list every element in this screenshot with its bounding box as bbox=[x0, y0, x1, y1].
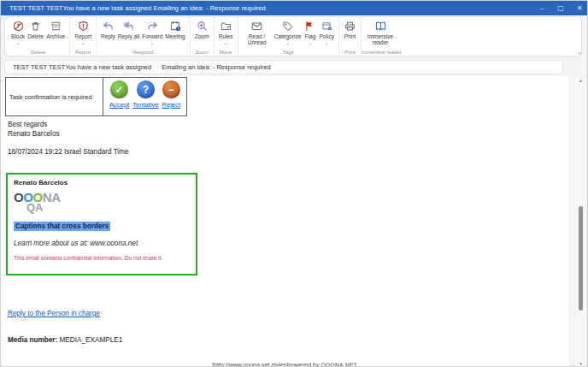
chevron-down-icon: ⌄ bbox=[81, 42, 85, 45]
tentative-option[interactable]: ? Tentative bbox=[132, 80, 158, 109]
reply-to-person-link[interactable]: Reply to the Person in charge bbox=[8, 310, 100, 317]
outlook-message-window: TEST TEST TESTYou have a new task assign… bbox=[0, 0, 588, 367]
categorize-icon bbox=[281, 20, 294, 33]
task-confirmation-question: Task confirmation is required bbox=[5, 77, 103, 116]
meeting-button[interactable]: Meeting bbox=[165, 17, 185, 40]
group-label-report: Report bbox=[70, 50, 96, 55]
print-button[interactable]: Print bbox=[344, 17, 356, 40]
subject-bar: TEST TEST TESTYou have a new task assign… bbox=[4, 60, 563, 74]
delete-icon bbox=[29, 20, 42, 33]
print-icon bbox=[344, 20, 356, 33]
group-label-move: Move bbox=[215, 50, 238, 55]
report-button[interactable]: Report ⌄ bbox=[74, 17, 91, 45]
block-button[interactable]: Block ⌄ bbox=[11, 17, 25, 45]
minimize-button[interactable]: – bbox=[532, 1, 551, 15]
tagline-highlighted: Captions that cross borders bbox=[14, 222, 110, 231]
policy-icon bbox=[320, 20, 333, 33]
zoom-button[interactable]: Zoom bbox=[195, 17, 209, 40]
reply-button[interactable]: Reply bbox=[101, 17, 115, 40]
footer-powered-by: [http://www.ooona.net styles]powered by … bbox=[1, 361, 568, 367]
reply-all-button[interactable]: Reply all bbox=[118, 17, 139, 40]
flag-icon bbox=[303, 20, 316, 33]
message-body: Task confirmation is required ✓ Accept ?… bbox=[1, 76, 568, 367]
ribbon-collapse-chevron-icon[interactable]: ⌄ bbox=[577, 50, 582, 55]
accept-check-icon[interactable]: ✓ bbox=[110, 80, 128, 98]
immersive-reader-icon bbox=[374, 20, 387, 33]
group-label-immersive-reader: Immersive reader bbox=[362, 50, 399, 55]
rules-button[interactable]: Rules ⌄ bbox=[219, 17, 233, 45]
scroll-down-icon[interactable]: ▾ bbox=[576, 360, 585, 366]
ooona-net-brand: OOONA.NET bbox=[320, 362, 356, 367]
task-confirmation-options: ✓ Accept ? Tentative − Reject bbox=[103, 77, 187, 116]
reject-option[interactable]: − Reject bbox=[162, 80, 180, 109]
ribbon-group-zoom: Zoom Zoom bbox=[191, 17, 215, 56]
ribbon: Block ⌄ Delete Archive Delete Report bbox=[4, 16, 582, 56]
read-unread-icon bbox=[250, 20, 263, 33]
task-name-text: TEST TEST TESTYou have a new task assign… bbox=[13, 63, 151, 71]
categorize-button[interactable]: Categorize ⌄ bbox=[274, 17, 302, 45]
ribbon-group-immersive-reader: Immersive reader Immersive reader bbox=[362, 17, 399, 56]
ribbon-group-print: Print Print bbox=[339, 17, 362, 56]
signature-name: Renato Barcelos bbox=[14, 179, 190, 186]
chevron-down-icon: ⌄ bbox=[16, 42, 21, 45]
media-number-label: Media number: bbox=[8, 336, 57, 344]
delete-button[interactable]: Delete bbox=[27, 17, 44, 40]
vertical-scrollbar[interactable]: ▴ ▾ bbox=[576, 76, 585, 367]
reply-all-icon bbox=[122, 20, 135, 33]
scrollbar-thumb[interactable] bbox=[579, 206, 583, 311]
accept-option[interactable]: ✓ Accept bbox=[109, 80, 129, 109]
task-confirmation-table: Task confirmation is required ✓ Accept ?… bbox=[5, 77, 187, 116]
group-label-zoom: Zoom bbox=[191, 50, 214, 55]
chevron-down-icon: ⌄ bbox=[325, 42, 329, 45]
archive-button[interactable]: Archive bbox=[46, 17, 65, 40]
report-icon bbox=[77, 20, 90, 33]
confidential-notice: This email contains confidential informa… bbox=[14, 255, 190, 261]
reject-minus-icon[interactable]: − bbox=[162, 80, 180, 98]
ribbon-group-report: Report ⌄ Report bbox=[70, 17, 97, 56]
archive-icon bbox=[50, 20, 62, 33]
signature-block: Renato Barcelos OOONA QA Captions that c… bbox=[6, 173, 197, 275]
forward-icon bbox=[146, 20, 159, 33]
media-number-value: MEDIA_EXAMPLE1 bbox=[60, 336, 123, 344]
media-number-line: Media number: MEDIA_EXAMPLE1 bbox=[8, 336, 122, 344]
tentative-question-icon[interactable]: ? bbox=[137, 80, 155, 98]
rules-icon bbox=[220, 20, 232, 33]
accept-link[interactable]: Accept bbox=[109, 101, 129, 109]
forward-button[interactable]: Forward ⌄ bbox=[142, 17, 162, 45]
group-label-respond: Respond bbox=[97, 50, 190, 55]
policy-button[interactable]: Policy ⌄ bbox=[319, 17, 334, 45]
ribbon-group-respond: Reply Reply all Forward ⌄ Meeting Respon… bbox=[97, 17, 191, 56]
subject-text: Emailing an idea: - Response required bbox=[162, 63, 271, 71]
ribbon-group-delete: Block ⌄ Delete Archive Delete bbox=[7, 17, 70, 56]
immersive-reader-button[interactable]: Immersive reader bbox=[366, 17, 395, 46]
window-controls: – ▢ ✕ bbox=[532, 1, 588, 15]
titlebar: TEST TEST TESTYou have a new task assign… bbox=[1, 1, 588, 15]
group-label-print: Print bbox=[339, 50, 361, 55]
chevron-down-icon: ⌄ bbox=[285, 42, 290, 45]
ooona-qa-logo: OOONA QA bbox=[14, 192, 190, 213]
group-label-delete: Delete bbox=[7, 50, 69, 55]
meeting-icon bbox=[169, 20, 182, 33]
zoom-icon bbox=[196, 20, 209, 33]
sender-name: Renato Barcelos bbox=[8, 130, 60, 138]
tentative-link[interactable]: Tentative bbox=[132, 101, 158, 109]
group-label-tags: Tags bbox=[238, 50, 338, 55]
chevron-down-icon: ⌄ bbox=[224, 42, 228, 45]
closing-text: Best regards bbox=[8, 121, 47, 128]
timestamp: 18/07/2024 19:22 Israel Standard Time bbox=[8, 148, 129, 156]
flag-button[interactable]: Flag ⌄ bbox=[303, 17, 316, 45]
chevron-down-icon: ⌄ bbox=[308, 42, 312, 45]
block-icon bbox=[12, 20, 25, 33]
reply-icon bbox=[102, 20, 115, 33]
ribbon-group-tags: Read / Unread Categorize ⌄ Flag ⌄ Policy… bbox=[238, 17, 339, 56]
chevron-down-icon: ⌄ bbox=[150, 42, 155, 45]
ribbon-group-move: Rules ⌄ Move bbox=[215, 17, 238, 56]
scroll-up-icon[interactable]: ▴ bbox=[576, 77, 585, 83]
reject-link[interactable]: Reject bbox=[162, 101, 180, 109]
learn-more-text: Learn more about us at: www.ooona.net bbox=[14, 240, 190, 247]
maximize-button[interactable]: ▢ bbox=[551, 1, 570, 15]
read-unread-button[interactable]: Read / Unread bbox=[243, 17, 272, 46]
window-title: TEST TEST TESTYou have a new task assign… bbox=[1, 4, 266, 12]
close-button[interactable]: ✕ bbox=[570, 1, 588, 15]
